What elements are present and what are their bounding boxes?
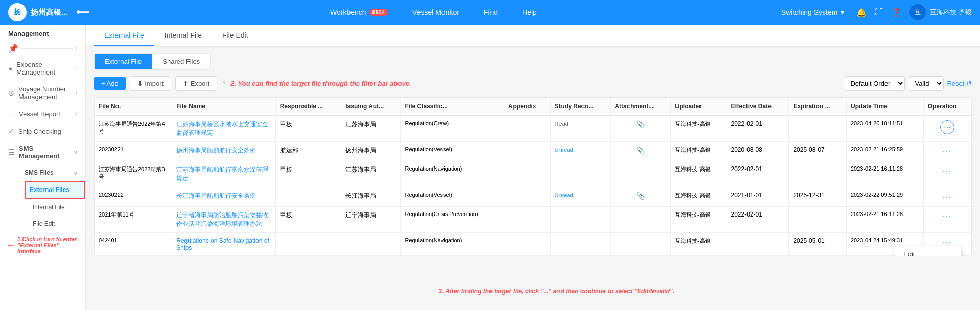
cell-study (550, 161, 611, 187)
nav-workbench[interactable]: Workbench 8934 (326, 6, 392, 18)
arrow-down-icon: ∨ (74, 150, 77, 155)
brand-name: 扬州高银... (31, 8, 68, 17)
sidebar-item-file-edit[interactable]: File Edit (25, 216, 85, 232)
tab-internal-file[interactable]: Internal File (154, 25, 212, 46)
operation-button[interactable]: ··· (943, 211, 952, 221)
cell-operation[interactable]: ··· (923, 115, 971, 142)
cell-expiration (789, 115, 847, 142)
workbench-badge: 8934 (369, 9, 388, 16)
cell-effective: 2022-02-01 (727, 115, 789, 142)
tabs-bar: External File Internal File File Edit (86, 25, 980, 47)
operation-button[interactable]: ··· (943, 192, 952, 202)
help-circle-icon[interactable]: ❓ (891, 8, 901, 17)
cell-file-name[interactable]: Regulations on Safe Navigation of Ships (172, 233, 275, 256)
cell-file-name[interactable]: 扬州海事局船舶航行安全条例 (172, 142, 275, 161)
expense-icon: ≡ (8, 64, 12, 73)
nav-find[interactable]: Find (480, 6, 502, 18)
filter-order-select[interactable]: Default Order (844, 76, 905, 91)
cell-update-time: 2023-02-21 16:11:28 (846, 161, 923, 187)
nav-vessel-monitor[interactable]: Vessel Monitor (408, 6, 463, 18)
cell-effective: 2022-02-01 (727, 161, 789, 187)
sidebar-item-label: Expense Management (16, 61, 71, 76)
sub-tab-external-file[interactable]: External File (95, 54, 152, 69)
cell-responsible: 甲板 (275, 115, 341, 142)
cell-issuing (341, 233, 401, 256)
attachment-icon: 📎 (636, 146, 645, 154)
notification-icon[interactable]: 🔔 (856, 8, 867, 17)
nav-help[interactable]: Help (518, 6, 541, 18)
divider (21, 48, 73, 49)
col-expiration: Expiration ... (789, 98, 847, 115)
fullscreen-icon[interactable]: ⛶ (875, 8, 883, 17)
cell-operation[interactable]: ··· (923, 207, 971, 233)
context-menu-edit[interactable]: Edit (895, 246, 961, 256)
sms-management-icon: ☰ (8, 148, 15, 156)
col-classification: File Classific... (401, 98, 504, 115)
sidebar-item-internal-file[interactable]: Internal File (25, 199, 85, 216)
cell-attachment (611, 161, 671, 187)
sidebar-item-label: Voyage Number Management (18, 85, 72, 101)
cell-effective (727, 233, 789, 256)
cell-effective: 2020-08-08 (727, 142, 789, 161)
tab-file-edit[interactable]: File Edit (212, 25, 259, 46)
voyage-icon: ⊕ (8, 89, 14, 97)
cell-attachment (611, 207, 671, 233)
sidebar-item-external-files[interactable]: External Files (25, 181, 85, 199)
cell-operation[interactable]: ··· (923, 187, 971, 207)
sidebar-item-sms-files[interactable]: SMS Files ∨ (16, 164, 85, 181)
operation-button[interactable]: ··· (943, 165, 952, 176)
col-uploader: Uploader (670, 98, 727, 115)
cell-operation[interactable]: ··· (923, 142, 971, 161)
filter-valid-select[interactable]: Valid (908, 76, 944, 91)
add-button[interactable]: + Add (94, 77, 126, 90)
cell-operation[interactable]: ··· (923, 161, 971, 187)
cell-classification: Regulation(Crisis Prevention) (401, 207, 504, 233)
nav-center: Workbench 8934 Vessel Monitor Find Help (98, 6, 769, 18)
cell-file-name[interactable]: 长江海事局船舶航行安全条例 (172, 187, 275, 207)
tab-external-file[interactable]: External File (94, 25, 154, 46)
cell-update-time: 2023-04-20 18:11:51 (846, 115, 923, 142)
table-row: 江苏海事局通告2022年第3号 江苏海事局船舶航行富余水深管理规定 甲板 江苏海… (95, 161, 971, 187)
cell-file-name[interactable]: 江苏海事局桥区水域水上交通安全监督管理规定 (172, 115, 275, 142)
arrow-icon: › (76, 66, 77, 71)
arrow-down-icon2: ∨ (74, 170, 77, 176)
pin-icon: 📌 (8, 43, 18, 53)
operation-button[interactable]: ··· (940, 120, 954, 134)
cell-file-name[interactable]: 江苏海事局船舶航行富余水深管理规定 (172, 161, 275, 187)
switching-system[interactable]: Switching System ▾ (777, 6, 848, 18)
sidebar-item-label: SMS Management (19, 145, 69, 160)
cell-file-name[interactable]: 辽宁省海事局防治船舶污染物接收作业活动污染海洋环境管理办法 (172, 207, 275, 233)
cell-uploader: 互海科技-高银 (670, 233, 727, 256)
sidebar-item-vessel-report[interactable]: ▤ Vessel Report › (0, 105, 85, 123)
export-button[interactable]: ⬆ Export (175, 76, 217, 91)
sub-tab-shared-files[interactable]: Shared Files (152, 54, 210, 69)
inner-content: External File Shared Files + Add ⬇ Impor… (86, 47, 980, 310)
reset-button[interactable]: Reset ↺ (947, 80, 972, 87)
collapse-arrow[interactable]: › (76, 45, 77, 51)
cell-file-no: 20230222 (95, 187, 172, 207)
cell-expiration (789, 161, 847, 187)
import-button[interactable]: ⬇ Import (130, 76, 171, 91)
col-file-no: File No. (95, 98, 172, 115)
arrow-icon: › (76, 111, 77, 117)
sidebar-item-voyage[interactable]: ⊕ Voyage Number Management › (0, 81, 85, 105)
operation-button[interactable]: ··· (943, 146, 952, 156)
cell-appendix (504, 142, 550, 161)
table-row: 042401 Regulations on Safe Navigation of… (95, 233, 971, 256)
files-table: File No. File Name Responsible ... Issui… (95, 98, 971, 256)
back-icon[interactable]: ⟵ (76, 7, 89, 18)
col-effective: Effective Date (727, 98, 789, 115)
sidebar-item-sms-management[interactable]: ☰ SMS Management ∨ (0, 140, 85, 164)
cell-expiration (789, 207, 847, 233)
cell-issuing: 扬州海事局 (341, 142, 401, 161)
cell-uploader: 互海科技-高银 (670, 207, 727, 233)
sidebar-item-ship-checking[interactable]: ✓ Ship Checking (0, 123, 85, 140)
cell-appendix (504, 187, 550, 207)
cell-effective: 2021-01-01 (727, 187, 789, 207)
sidebar-item-label: External Files (30, 186, 69, 194)
sidebar-item-expense[interactable]: ≡ Expense Management › (0, 56, 85, 81)
table-row: 江苏海事局通告2022年第4号 江苏海事局桥区水域水上交通安全监督管理规定 甲板… (95, 115, 971, 142)
cell-classification: Regulation(Crew) (401, 115, 504, 142)
cell-appendix (504, 115, 550, 142)
user-area[interactable]: 互 互海科技 齐银 (909, 4, 972, 20)
